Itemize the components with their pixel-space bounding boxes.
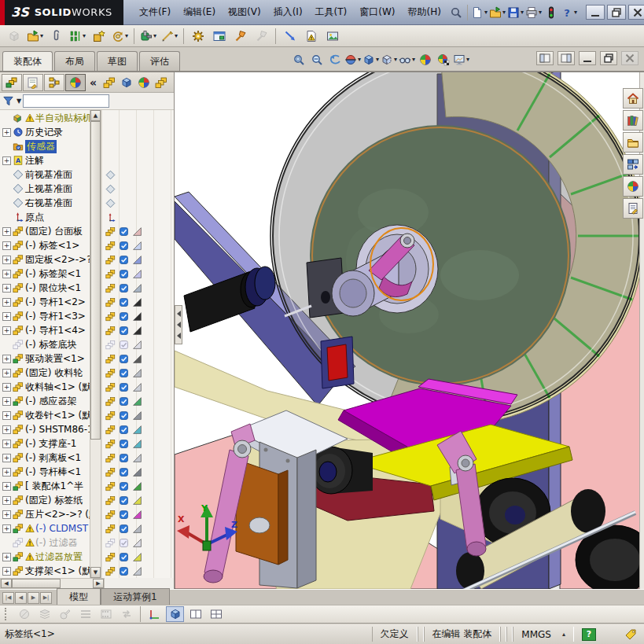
apply-scene-icon[interactable]: [434, 50, 452, 69]
display-pane-row[interactable]: [101, 535, 174, 550]
tree-item[interactable]: +收卷针<1> (默: [0, 408, 90, 422]
tree-item[interactable]: +(-) 导杆1<3>: [0, 309, 90, 323]
tree-item[interactable]: +(-) 剥离板<1: [0, 451, 90, 465]
edit-appearance-icon[interactable]: [416, 50, 434, 69]
expand-toggle[interactable]: +: [2, 270, 11, 278]
simulation-icon[interactable]: [188, 27, 208, 46]
display-pane-row[interactable]: [101, 493, 174, 507]
four-pane-view-button[interactable]: [207, 606, 225, 622]
left-pane-toggle[interactable]: [536, 51, 554, 65]
display-pane-transparency-icon[interactable]: [153, 74, 169, 90]
scroll-left-arrow[interactable]: ◀: [1, 579, 12, 588]
expand-toggle[interactable]: +: [2, 482, 11, 491]
display-pane-row[interactable]: [101, 295, 174, 309]
view-orientation-icon[interactable]: ▾: [362, 50, 380, 69]
display-pane-row[interactable]: [101, 465, 174, 479]
tree-item[interactable]: +历史记录: [0, 125, 90, 139]
tree-item[interactable]: +压片<2>->? (默: [0, 507, 90, 521]
open-document-icon[interactable]: ▾: [25, 27, 45, 46]
appearances-scenes-icon[interactable]: [623, 176, 643, 197]
custom-properties-icon[interactable]: [623, 198, 643, 219]
tree-item[interactable]: +收料轴<1> (默: [0, 380, 90, 394]
expand-toggle[interactable]: +: [2, 468, 11, 477]
minimize-document-button[interactable]: [579, 51, 596, 65]
tree-item[interactable]: +(-) 导杆1<2>: [0, 295, 90, 309]
display-pane-row[interactable]: [101, 153, 174, 167]
view-settings-icon[interactable]: ▾: [452, 50, 470, 69]
sketch-icon[interactable]: ▾: [160, 27, 179, 46]
scroll-thumb[interactable]: [90, 121, 101, 440]
quick-tips-button[interactable]: ?: [582, 628, 596, 641]
help-icon[interactable]: ?▾: [560, 3, 578, 22]
display-pane-hide-show-icon[interactable]: [101, 74, 117, 90]
display-pane-row[interactable]: [101, 380, 174, 394]
expand-toggle[interactable]: +: [2, 454, 11, 462]
display-pane-row[interactable]: [101, 238, 174, 252]
filter-funnel-icon[interactable]: [2, 95, 14, 107]
section-view-icon[interactable]: ▾: [344, 50, 362, 69]
display-pane-row[interactable]: [101, 422, 174, 436]
display-pane-row[interactable]: [101, 182, 174, 196]
filter-caret-icon[interactable]: ▼: [17, 98, 21, 105]
tree-item[interactable]: 前视基准面: [0, 167, 90, 182]
expand-toggle[interactable]: +: [2, 383, 11, 392]
expand-toggle[interactable]: +: [2, 256, 11, 264]
mate-icon[interactable]: ▾: [68, 27, 87, 46]
new-window-icon[interactable]: [209, 27, 229, 46]
right-pane-toggle[interactable]: [558, 51, 575, 65]
tree-item[interactable]: 半自动贴标机: [0, 111, 90, 125]
save-icon[interactable]: ▾: [506, 3, 524, 22]
display-pane-row[interactable]: [101, 111, 174, 125]
save-animation-icon[interactable]: [97, 606, 115, 622]
close-document-button[interactable]: [621, 51, 638, 65]
collapse-panel-button[interactable]: «: [90, 76, 97, 89]
view-palette-icon[interactable]: [623, 154, 643, 175]
display-pane-row[interactable]: [101, 224, 174, 238]
tree-item[interactable]: 右视基准面: [0, 196, 90, 210]
shaded-view-button[interactable]: [166, 606, 184, 622]
file-explorer-icon[interactable]: [623, 132, 643, 153]
tree-item[interactable]: 原点: [0, 210, 90, 224]
restore-document-button[interactable]: [600, 51, 617, 65]
display-pane-row[interactable]: [101, 507, 174, 521]
solidworks-resources-icon[interactable]: [623, 88, 643, 109]
minimize-window-button[interactable]: [586, 5, 605, 20]
display-pane-row[interactable]: [101, 366, 174, 380]
tab-sketch[interactable]: 草图: [97, 51, 138, 71]
tree-horizontal-scrollbar[interactable]: ◀ ▶: [0, 578, 105, 589]
expand-toggle[interactable]: +: [2, 284, 11, 293]
smart-fasteners-icon[interactable]: [89, 27, 109, 46]
expand-toggle[interactable]: +: [2, 298, 11, 307]
hscroll-thumb[interactable]: [12, 579, 61, 588]
tree-vertical-scrollbar[interactable]: ▲ ▼: [90, 110, 101, 578]
tree-item[interactable]: +(-) 感应器架: [0, 394, 90, 408]
display-pane-row[interactable]: [101, 550, 174, 564]
tree-item[interactable]: (-) 标签底块: [0, 337, 90, 351]
tree-item[interactable]: +(固定) 标签纸: [0, 493, 90, 507]
expand-toggle[interactable]: +: [2, 496, 11, 505]
restore-window-button[interactable]: [607, 5, 626, 20]
display-pane-row[interactable]: [101, 436, 174, 451]
graphics-viewport[interactable]: X Y Z: [175, 72, 644, 589]
display-pane-row[interactable]: [101, 451, 174, 465]
3d-model-scene[interactable]: X Y Z: [175, 72, 644, 589]
playback-mode-icon[interactable]: [117, 606, 135, 622]
tree-item[interactable]: 上视基准面: [0, 182, 90, 196]
tree-item[interactable]: +(固定) 收料轮: [0, 366, 90, 380]
menu-item[interactable]: 编辑(E): [177, 2, 222, 22]
design-library-icon[interactable]: [623, 110, 643, 131]
tree-item[interactable]: +(-) 限位块<1: [0, 281, 90, 295]
display-pane-row[interactable]: [101, 196, 174, 210]
expand-toggle[interactable]: +: [2, 312, 11, 321]
display-pane-row[interactable]: [101, 351, 174, 366]
menu-item[interactable]: 文件(F): [133, 2, 177, 22]
expand-toggle[interactable]: +: [2, 128, 11, 137]
interference-detection-icon[interactable]: [301, 27, 321, 46]
tree-item[interactable]: +驱动装置<1>: [0, 351, 90, 366]
assembly-visualization-icon[interactable]: [322, 27, 342, 46]
tab-assembly[interactable]: 装配体: [2, 51, 53, 71]
display-pane-row[interactable]: [101, 252, 174, 267]
display-pane-row[interactable]: [101, 408, 174, 422]
expand-toggle[interactable]: +: [2, 156, 11, 165]
new-file-icon[interactable]: ▾: [470, 3, 488, 22]
